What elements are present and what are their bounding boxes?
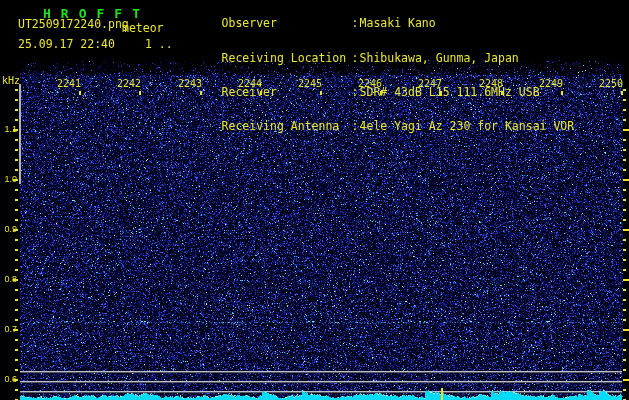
y-axis-tick-left (15, 369, 18, 371)
x-tick-label: 2243 (176, 79, 202, 89)
y-axis-tick-right (623, 189, 626, 191)
y-axis-tick-right (623, 269, 626, 271)
y-axis-tick-left (15, 219, 18, 221)
y-axis-tick-left (15, 349, 18, 351)
y-axis-tick-right (623, 389, 626, 391)
info-value: SDR# 43dB L15 111.6MHz USB (360, 85, 540, 99)
y-axis-tick-left (15, 159, 18, 161)
y-axis-tick-right (623, 149, 626, 151)
info-value: Shibukawa, Gunma, Japan (360, 51, 519, 65)
y-axis-tick-left (15, 339, 18, 341)
y-axis-tick-left (15, 389, 18, 391)
y-axis-tick-right (623, 89, 626, 91)
info-row-antenna: Receiving Antenna:4ele Yagi Az 230 for K… (180, 110, 574, 144)
y-axis-tick-left (15, 109, 18, 111)
x-tick-label: 2250 (597, 79, 623, 89)
y-axis-tick-left (15, 149, 18, 151)
filename: UT2509172240.png (18, 19, 129, 30)
y-axis-tick-right (623, 349, 626, 351)
y-axis-tick-right (623, 329, 629, 331)
y-axis-tick-left (13, 329, 18, 331)
x-axis-tick (561, 91, 563, 95)
y-axis-tick-right (623, 359, 626, 361)
y-axis-tick-left (15, 359, 18, 361)
info-row-observer: Observer:Masaki Kano (180, 7, 574, 41)
y-axis-tick-right (623, 129, 629, 131)
y-axis-tick-left (13, 229, 18, 231)
y-axis-tick-left (15, 89, 18, 91)
y-axis-tick-left (15, 239, 18, 241)
x-axis-tick (440, 91, 442, 95)
hrofft-screen: HROFFT UT2509172240.png meteor 25.09.17 … (0, 0, 629, 400)
y-axis-tick-right (623, 199, 626, 201)
y-axis-tick-right (623, 379, 629, 381)
y-axis-tick-right (623, 229, 629, 231)
info-colon: : (352, 53, 360, 64)
y-axis-tick-left (13, 379, 18, 381)
station-info: Observer:Masaki Kano Receiving Location:… (180, 7, 574, 144)
info-label: Observer (222, 18, 352, 29)
y-axis-tick-left (15, 249, 18, 251)
datetime: 25.09.17 22:40 (18, 39, 115, 50)
x-axis-tick (260, 91, 262, 95)
y-axis-tick-left (15, 319, 18, 321)
x-tick-label: 2247 (416, 79, 442, 89)
info-colon: : (352, 18, 360, 29)
info-colon: : (352, 121, 360, 132)
y-axis-tick-left (13, 129, 18, 131)
y-axis-tick-left (15, 99, 18, 101)
x-axis-tick (320, 91, 322, 95)
x-tick-label: 2245 (296, 79, 322, 89)
info-label: Receiving Location (222, 53, 352, 64)
info-label: Receiving Antenna (222, 121, 352, 132)
y-axis-tick-right (623, 339, 626, 341)
y-axis-tick-left (13, 279, 18, 281)
x-tick-label: 2242 (115, 79, 141, 89)
y-axis-tick-right (623, 209, 626, 211)
info-value: Masaki Kano (360, 16, 436, 30)
x-axis-tick (380, 91, 382, 95)
x-tick-label: 2244 (236, 79, 262, 89)
y-axis-tick-left (15, 169, 18, 171)
y-axis-tick-right (623, 309, 626, 311)
y-axis-tick-right (623, 169, 626, 171)
y-axis-tick-left (15, 299, 18, 301)
x-axis-tick (200, 91, 202, 95)
y-axis-tick-left (15, 289, 18, 291)
y-axis-tick-right (623, 219, 626, 221)
x-tick-label: 2249 (537, 79, 563, 89)
y-axis-tick-right (623, 299, 626, 301)
y-axis-tick-right (623, 139, 626, 141)
y-axis-tick-left (15, 209, 18, 211)
y-axis-tick-left (15, 309, 18, 311)
y-axis-tick-right (623, 239, 626, 241)
y-axis-tick-left (15, 189, 18, 191)
meteor-label: meteor (122, 23, 164, 34)
y-axis-tick-right (623, 279, 629, 281)
y-axis-tick-left (13, 179, 18, 181)
y-axis-tick-left (15, 139, 18, 141)
y-axis-tick-right (623, 319, 626, 321)
y-axis-tick-right (623, 109, 626, 111)
info-value: 4ele Yagi Az 230 for Kansai VOR (360, 119, 575, 133)
y-axis-tick-right (623, 159, 626, 161)
x-axis-tick (501, 91, 503, 95)
y-axis-tick-right (623, 259, 626, 261)
x-tick-label: 2246 (356, 79, 382, 89)
x-axis-tick (79, 91, 81, 95)
y-axis-tick-right (623, 179, 629, 181)
y-axis-tick-right (623, 289, 626, 291)
x-tick-label: 2248 (477, 79, 503, 89)
y-axis-unit: kHz (2, 76, 20, 86)
y-axis-tick-left (15, 269, 18, 271)
y-axis-tick-right (623, 99, 626, 101)
x-axis-tick (139, 91, 141, 95)
echo-count: 1 .. (145, 39, 173, 50)
y-axis-tick-left (15, 119, 18, 121)
x-axis-tick (621, 91, 623, 95)
info-row-location: Receiving Location:Shibukawa, Gunma, Jap… (180, 41, 574, 75)
y-axis-tick-right (623, 119, 626, 121)
y-axis-tick-right (623, 249, 626, 251)
y-axis-tick-left (15, 199, 18, 201)
x-tick-label: 2241 (55, 79, 81, 89)
